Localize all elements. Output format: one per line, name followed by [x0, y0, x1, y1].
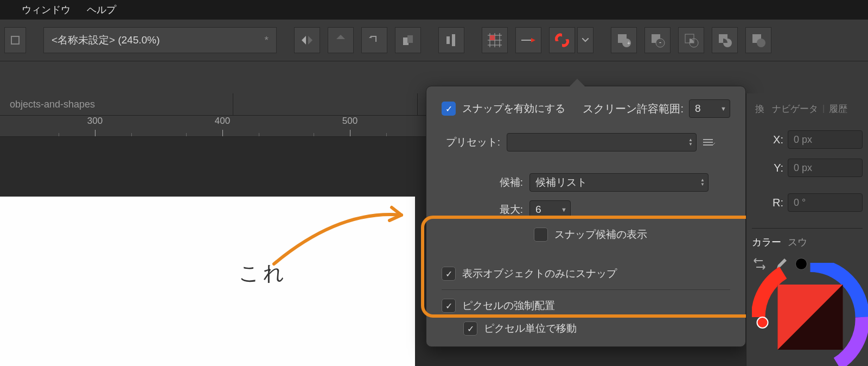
enable-snapping-checkbox[interactable] — [442, 102, 456, 116]
bool-add-button[interactable]: + — [611, 27, 637, 53]
svg-rect-4 — [452, 34, 455, 46]
color-wheel[interactable] — [752, 263, 868, 366]
show-candidates-label: スナップ候補の表示 — [554, 228, 647, 242]
r-label: R: — [768, 197, 783, 209]
divider — [442, 289, 730, 290]
preset-select[interactable]: ▲▼ — [507, 133, 697, 152]
candidates-select[interactable]: 候補リスト ▲▼ — [529, 173, 709, 192]
flip-horizontal-button[interactable] — [294, 27, 320, 53]
snapping-dropdown-button[interactable] — [577, 27, 593, 53]
y-input[interactable]: 0 px — [788, 159, 863, 177]
svg-point-24 — [757, 39, 765, 47]
tab-empty[interactable] — [233, 93, 418, 115]
only-visible-label: 表示オブジェクトのみにスナップ — [462, 267, 617, 281]
x-input[interactable]: 0 px — [788, 130, 863, 149]
only-visible-checkbox[interactable] — [442, 267, 456, 281]
screen-tolerance-label: スクリーン許容範囲: — [583, 102, 684, 116]
rp-tab-history[interactable]: 履歴 — [826, 100, 851, 117]
force-pixel-checkbox[interactable] — [442, 299, 456, 313]
max-label: 最大: — [442, 203, 523, 217]
screen-tolerance-select[interactable]: 8▼ — [689, 99, 730, 118]
candidates-label: 候補: — [442, 175, 523, 190]
max-select[interactable]: 6▼ — [529, 200, 571, 219]
menu-window[interactable]: ウィンドウ — [22, 3, 71, 16]
menu-help[interactable]: ヘルプ — [87, 3, 116, 16]
preset-menu-icon[interactable] — [703, 138, 715, 146]
flip-vertical-button[interactable] — [328, 27, 354, 53]
grid-button[interactable] — [482, 27, 508, 53]
rotate-cw-button[interactable] — [395, 27, 421, 53]
svg-rect-2 — [407, 35, 413, 43]
right-panel: 換 ナビゲータ | 履歴 X: 0 px Y: 0 px R: 0 ° カラー … — [746, 93, 868, 366]
force-pixel-label: ピクセルの強制配置 — [462, 299, 555, 313]
tab-objects-and-shapes[interactable]: objects-and-shapes — [0, 93, 233, 115]
doc-mode-button[interactable] — [4, 27, 26, 53]
svg-text:-: - — [659, 39, 661, 46]
artboard[interactable] — [0, 197, 415, 366]
color-tab-color[interactable]: カラー — [752, 236, 781, 249]
rotate-ccw-button[interactable] — [361, 27, 387, 53]
svg-text:+: + — [627, 40, 630, 46]
move-by-pixel-checkbox[interactable] — [463, 321, 477, 336]
move-by-pixel-label: ピクセル単位で移動 — [484, 321, 577, 336]
bool-xor-button[interactable] — [712, 27, 738, 53]
svg-rect-0 — [11, 36, 19, 44]
rp-tab-clipped[interactable]: 換 — [752, 100, 768, 117]
baseline-grid-button[interactable] — [515, 27, 541, 53]
bool-subtract-button[interactable]: - — [644, 27, 671, 53]
rp-tab-navigator[interactable]: ナビゲータ — [769, 100, 821, 117]
r-input[interactable]: 0 ° — [788, 193, 863, 212]
y-label: Y: — [768, 162, 783, 174]
svg-point-29 — [757, 317, 768, 328]
bool-intersect-button[interactable] — [678, 27, 704, 53]
show-candidates-checkbox[interactable] — [534, 228, 548, 242]
document-title[interactable]: <名称未設定> (245.0%) * — [43, 27, 277, 53]
preset-label: プリセット: — [442, 135, 500, 149]
color-tab-swatch[interactable]: スウ — [788, 236, 807, 249]
align-button[interactable] — [438, 27, 464, 53]
svg-rect-11 — [490, 35, 495, 40]
enable-snapping-label: スナップを有効にする — [462, 102, 565, 116]
modified-indicator: * — [265, 34, 269, 46]
bool-divide-button[interactable] — [745, 27, 771, 53]
snapping-button[interactable] — [549, 27, 575, 53]
svg-rect-3 — [446, 36, 450, 44]
menubar: ウィンドウ ヘルプ — [0, 0, 868, 20]
toolbar: <名称未設定> (245.0%) * + - — [0, 20, 868, 61]
snapping-popover: スナップを有効にする スクリーン許容範囲: 8▼ プリセット: ▲▼ 候補: 候… — [426, 86, 746, 347]
x-label: X: — [768, 134, 783, 146]
